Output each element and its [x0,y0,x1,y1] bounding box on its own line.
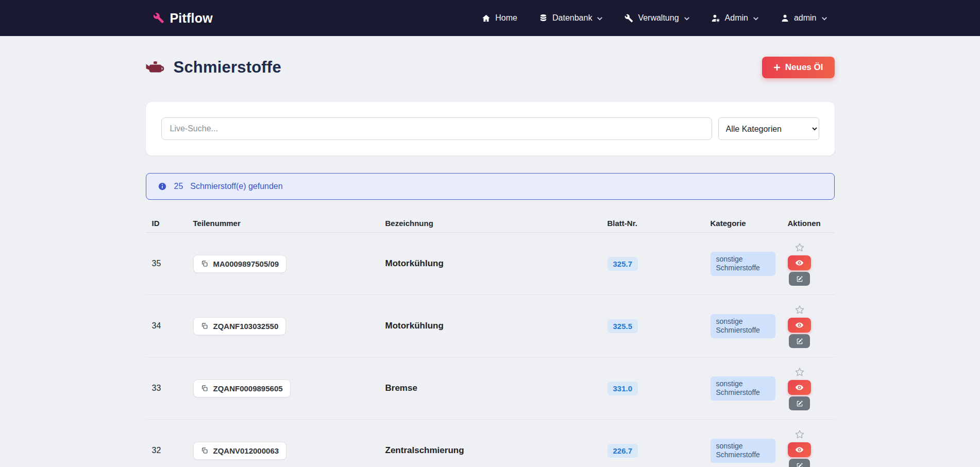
row-actions [788,366,812,410]
home-icon [482,14,491,23]
edit-button[interactable] [789,272,810,286]
edit-button[interactable] [789,459,810,467]
row-actions [788,428,812,467]
view-button[interactable] [788,442,811,457]
part-number-label: ZQANF103032550 [213,322,279,331]
copy-icon [201,260,208,267]
sheet-number-badge: 226.7 [607,444,638,458]
nav-item-label: admin [794,13,817,23]
part-number-label: MA0009897505/09 [213,260,279,268]
result-count-alert: 25 Schmierstoff(e) gefunden [146,173,835,200]
lubricants-table: ID Teilenummer Bezeichnung Blatt-Nr. Kat… [146,215,835,467]
copy-icon [201,447,208,454]
category-badge: sonstige Schmierstoffe [711,439,775,463]
part-number-copy-button[interactable]: MA0009897505/09 [193,255,287,273]
chevron-down-icon [821,14,827,22]
info-icon [158,182,167,191]
nav-item-user-account[interactable]: admin [781,13,827,23]
nav-item-verwaltung[interactable]: Verwaltung [624,13,689,23]
col-header-category: Kategorie [704,215,782,233]
favorite-star-button[interactable] [794,366,805,378]
col-header-actions: Aktionen [782,215,835,233]
row-id: 35 [146,233,187,295]
plus-icon [773,64,781,71]
table-row: 34 ZQANF103032550 Motorkühlung 325.5 son… [146,295,835,357]
brand-label: Pitflow [170,11,213,26]
main-content: Schmierstoffe Neues Öl Alle Kategorien 2… [146,57,835,467]
edit-button[interactable] [789,334,810,348]
nav-item-admin-menu[interactable]: Admin [712,13,759,23]
favorite-star-button[interactable] [794,241,805,254]
nav-item-label: Verwaltung [638,13,679,23]
new-oil-button[interactable]: Neues Öl [762,57,835,78]
nav-item-label: Datenbank [552,13,592,23]
table-row: 32 ZQANV012000063 Zentralschmierung 226.… [146,420,835,467]
col-header-designation: Bezeichnung [379,215,601,233]
nav-item-label: Home [495,13,517,23]
user-gear-icon [712,14,720,23]
result-count: 25 [174,182,183,191]
designation-label: Bremse [385,383,417,393]
sheet-number-badge: 325.7 [607,257,638,271]
designation-label: Zentralschmierung [385,445,464,455]
page-title: Schmierstoffe [174,58,281,77]
nav-item-home[interactable]: Home [482,13,517,23]
brand[interactable]: Pitflow [153,11,213,26]
new-oil-button-label: Neues Öl [785,62,823,73]
designation-label: Motorkühlung [385,321,444,331]
chevron-down-icon [684,14,690,22]
row-id: 34 [146,295,187,357]
part-number-label: ZQANF0009895605 [213,384,283,393]
nav-item-datenbank[interactable]: Datenbank [539,13,603,23]
designation-label: Motorkühlung [385,258,444,268]
edit-button[interactable] [789,396,810,410]
part-number-label: ZQANV012000063 [213,446,279,455]
category-badge: sonstige Schmierstoffe [711,314,775,338]
navbar: Pitflow Home Datenbank [0,0,980,36]
user-icon [781,14,789,23]
sheet-number-badge: 325.5 [607,319,638,333]
table-header-row: ID Teilenummer Bezeichnung Blatt-Nr. Kat… [146,215,835,233]
tools-icon [624,14,633,23]
oil-can-icon [146,59,165,76]
table-row: 33 ZQANF0009895605 Bremse 331.0 sonstige… [146,357,835,420]
col-header-part-number: Teilenummer [187,215,379,233]
part-number-copy-button[interactable]: ZQANV012000063 [193,442,287,460]
row-actions [788,304,812,348]
sheet-number-badge: 331.0 [607,382,638,395]
nav-items: Home Datenbank Verwaltung [482,13,827,23]
view-button[interactable] [788,380,811,395]
live-search-input[interactable] [161,117,712,140]
chevron-down-icon [597,14,603,22]
row-id: 33 [146,357,187,420]
search-card: Alle Kategorien [146,102,835,155]
favorite-star-button[interactable] [794,304,805,316]
table-body: 35 MA0009897505/09 Motorkühlung 325.7 so… [146,233,835,467]
favorite-star-button[interactable] [794,428,805,441]
result-message: Schmierstoff(e) gefunden [190,182,282,191]
category-badge: sonstige Schmierstoffe [711,252,775,276]
copy-icon [201,385,208,392]
row-actions [788,241,812,286]
row-id: 32 [146,420,187,467]
view-button[interactable] [788,255,811,270]
part-number-copy-button[interactable]: ZQANF0009895605 [193,379,291,397]
category-select[interactable]: Alle Kategorien [718,117,819,140]
chevron-down-icon [753,14,759,22]
col-header-sheet: Blatt-Nr. [601,215,704,233]
part-number-copy-button[interactable]: ZQANF103032550 [193,317,286,335]
nav-item-label: Admin [725,13,748,23]
logo-wrench-icon [153,12,164,24]
page-header: Schmierstoffe Neues Öl [146,57,835,78]
table-row: 35 MA0009897505/09 Motorkühlung 325.7 so… [146,233,835,295]
database-icon [539,14,548,23]
col-header-id: ID [146,215,187,233]
category-badge: sonstige Schmierstoffe [711,376,775,401]
copy-icon [201,322,208,330]
view-button[interactable] [788,318,811,333]
